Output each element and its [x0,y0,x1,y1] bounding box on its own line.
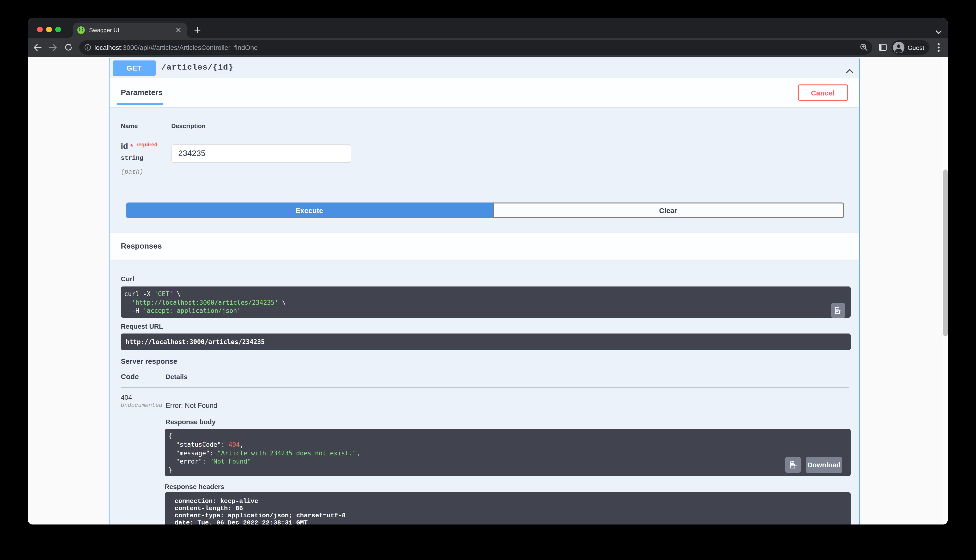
browser-tab[interactable]: Swagger UI [73,23,187,38]
code-line: "message": "Article with 234235 does not… [168,449,851,457]
required-asterisk: * [130,143,133,150]
opblock-summary[interactable]: GET /articles/{id} [110,58,859,78]
screen: Swagger UI [0,0,976,560]
response-divider [121,387,849,388]
zoom-icon[interactable] [860,44,867,51]
copy-curl-button[interactable] [831,303,845,318]
parameters-header: Parameters Cancel [110,78,859,107]
tab-close-icon[interactable] [175,27,182,33]
response-body-label: Response body [165,418,216,426]
required-label: required [136,142,157,148]
curl-command[interactable]: curl -X 'GET' \ 'http://localhost:3000/a… [121,287,851,318]
request-url-label: Request URL [121,323,163,330]
tab-title: Swagger UI [89,27,119,34]
window-zoom-button[interactable] [55,27,61,32]
code-line: -H 'accept: application/json' [124,307,851,315]
response-headers-label: Response headers [164,483,224,490]
site-info-icon[interactable] [84,44,91,51]
window-minimize-button[interactable] [46,27,52,32]
code-header: Code [121,372,139,380]
collapse-chevron-icon[interactable] [846,66,853,75]
side-panel-icon[interactable] [879,38,886,57]
new-tab-button[interactable] [194,27,201,33]
download-button[interactable]: Download [806,457,842,473]
profile-name: Guest [907,44,924,51]
code-line: content-length: 86 [175,505,851,512]
page-content: GET /articles/{id} Parameters Cancel Nam… [28,57,948,524]
avatar-icon [893,42,904,53]
method-badge: GET [113,60,155,76]
browser-menu-icon[interactable] [936,38,942,57]
param-type: string [121,155,144,162]
operation-path: /articles/{id} [161,63,234,72]
swagger-favicon-icon [77,27,85,34]
response-body[interactable]: { "statusCode": 404, "message": "Article… [164,429,851,476]
code-line: "statusCode": 404, [168,440,851,449]
code-line: "error": "Not Found" [168,458,851,466]
clear-button[interactable]: Clear [493,203,844,218]
cancel-button[interactable]: Cancel [797,85,848,101]
reload-button-icon[interactable] [64,38,73,57]
back-button-icon[interactable] [33,38,42,57]
scrollbar-thumb[interactable] [943,170,948,337]
code-line: { [168,432,851,440]
tab-strip: Swagger UI [28,18,948,38]
browser-window: Swagger UI [28,18,948,524]
code-line: connection: keep-alive [175,498,851,505]
param-name: id * [121,142,133,151]
response-status-code: 404 [121,394,132,402]
active-tab-underline [117,103,163,105]
opblock-get: GET /articles/{id} Parameters Cancel Nam… [109,58,860,524]
execute-button[interactable]: Execute [126,203,493,218]
profile-chip[interactable]: Guest [891,40,929,55]
code-line: 'http://localhost:3000/articles/234235' … [124,298,851,307]
scrollbar [942,57,948,524]
table-divider [121,136,849,137]
details-header: Details [165,373,187,380]
response-error-text: Error: Not Found [165,402,217,409]
window-close-button[interactable] [37,27,43,32]
responses-header: Responses [110,233,859,260]
address-bar[interactable]: localhost:3000/api/#/articles/ArticlesCo… [79,40,872,55]
param-location: (path) [121,169,144,176]
parameters-tab[interactable]: Parameters [121,88,162,97]
code-line: date: Tue, 06 Dec 2022 22:38:31 GMT [175,520,851,524]
curl-label: Curl [121,275,134,283]
code-line: } [168,466,851,474]
url-text: localhost:3000/api/#/articles/ArticlesCo… [94,44,258,51]
param-value-input[interactable] [172,145,351,163]
response-headers: connection: keep-alivecontent-length: 86… [164,492,851,524]
column-header-name: Name [121,123,138,130]
code-line: curl -X 'GET' \ [124,290,851,298]
server-response-label: Server response [121,357,177,365]
tab-search-chevron-icon[interactable] [936,28,942,36]
request-url: http://localhost:3000/articles/234235 [121,334,851,350]
column-header-description: Description [171,123,206,130]
copy-response-button[interactable] [785,457,801,473]
forward-button-icon[interactable] [48,38,58,57]
code-line: content-type: application/json; charset=… [175,512,851,520]
undocumented-label: Undocumented [121,402,162,409]
browser-toolbar: localhost:3000/api/#/articles/ArticlesCo… [28,38,948,57]
responses-title: Responses [121,242,162,251]
